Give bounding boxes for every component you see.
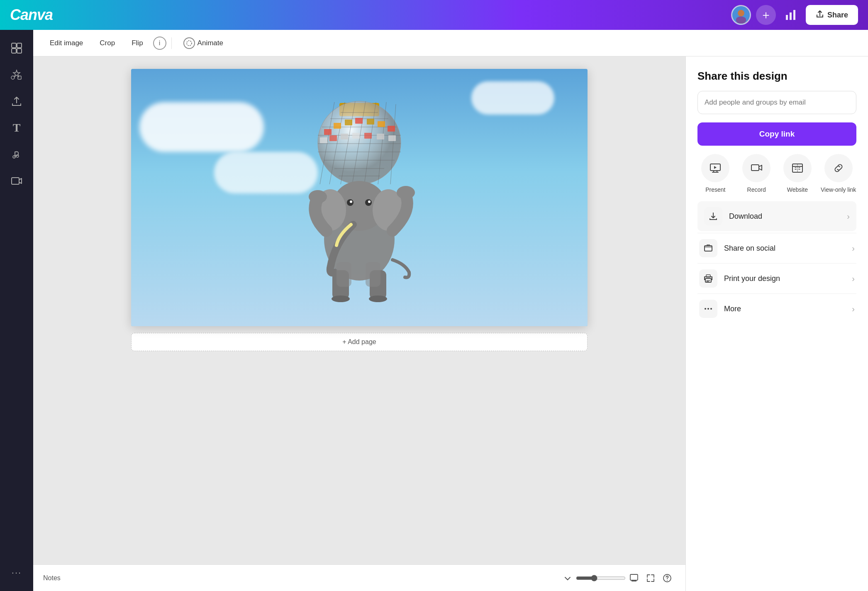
add-page-button[interactable]: + Add page: [131, 333, 588, 351]
zoom-slider[interactable]: [576, 575, 626, 581]
svg-rect-48: [388, 135, 396, 141]
present-icon: [701, 154, 729, 182]
sidebar-item-layout[interactable]: [5, 37, 28, 60]
canvas-area[interactable]: + Add page: [33, 56, 685, 564]
svg-rect-39: [367, 119, 374, 125]
more-dots-icon: [699, 300, 717, 318]
svg-point-18: [318, 101, 401, 184]
social-left: Share on social: [699, 239, 775, 257]
svg-rect-41: [388, 126, 395, 132]
canva-logo: Canva: [10, 6, 53, 24]
svg-point-76: [707, 308, 709, 310]
svg-rect-42: [320, 137, 327, 143]
svg-point-64: [350, 200, 352, 203]
fullscreen-view-button[interactable]: [626, 570, 642, 586]
option-view-only-link[interactable]: View-only link: [820, 154, 856, 193]
svg-rect-45: [352, 133, 360, 139]
option-record[interactable]: Record: [739, 154, 775, 193]
animate-button[interactable]: Animate: [177, 35, 230, 51]
svg-rect-43: [329, 135, 337, 141]
print-icon: [699, 269, 717, 288]
svg-rect-70: [751, 165, 759, 171]
share-panel-title: Share this design: [697, 70, 856, 83]
avatar[interactable]: [731, 5, 751, 25]
svg-point-1: [738, 10, 744, 17]
social-chevron: ›: [852, 244, 855, 253]
svg-point-59: [369, 296, 387, 302]
present-label: Present: [705, 186, 725, 193]
download-icon: [704, 207, 722, 225]
svg-point-58: [332, 296, 350, 302]
sidebar-item-elements[interactable]: [5, 63, 28, 86]
info-button[interactable]: i: [153, 37, 166, 50]
share-button[interactable]: Share: [806, 5, 858, 25]
share-panel: Share this design Copy link Pres: [685, 56, 868, 591]
svg-rect-14: [12, 178, 19, 184]
svg-rect-36: [334, 123, 341, 129]
svg-rect-46: [364, 133, 372, 139]
list-item-more[interactable]: More ›: [697, 293, 856, 324]
expand-button[interactable]: [642, 570, 659, 586]
toolbar-divider: [171, 37, 172, 49]
copy-link-button[interactable]: Copy link: [697, 122, 856, 146]
left-sidebar: T ···: [0, 30, 33, 591]
notes-button[interactable]: Notes: [43, 574, 61, 582]
view-only-link-label: View-only link: [821, 186, 856, 193]
collapse-button[interactable]: [559, 570, 576, 586]
share-options-grid: Present Record: [697, 154, 856, 193]
website-label: Website: [787, 186, 808, 193]
crop-button[interactable]: Crop: [93, 35, 122, 51]
sidebar-item-audio[interactable]: [5, 143, 28, 166]
svg-point-75: [705, 308, 706, 310]
svg-point-10: [11, 76, 15, 79]
download-left: Download: [704, 207, 762, 225]
record-label: Record: [747, 186, 766, 193]
sidebar-item-video[interactable]: [5, 169, 28, 193]
animate-icon: [183, 37, 195, 49]
svg-rect-5: [793, 10, 795, 20]
more-chevron: ›: [852, 304, 855, 314]
analytics-button[interactable]: [781, 5, 801, 25]
svg-point-60: [309, 190, 327, 203]
svg-point-77: [710, 308, 712, 310]
svg-point-2: [736, 17, 746, 24]
sidebar-item-text[interactable]: T: [5, 116, 28, 139]
more-left: More: [699, 300, 741, 318]
canvas-wrapper: + Add page Notes: [33, 56, 685, 591]
topbar-right: ＋ Share: [731, 5, 858, 25]
content-row: + Add page Notes: [33, 56, 868, 591]
print-left: Print your design: [699, 269, 780, 288]
svg-rect-56: [336, 262, 351, 287]
download-label: Download: [729, 212, 762, 221]
edit-image-button[interactable]: Edit image: [43, 35, 90, 51]
website-icon: [783, 154, 812, 182]
svg-rect-9: [17, 49, 22, 53]
list-item-share-on-social[interactable]: Share on social ›: [697, 233, 856, 263]
flip-button[interactable]: Flip: [125, 35, 149, 51]
zoom-control: [576, 575, 626, 581]
svg-rect-72: [705, 246, 712, 251]
toolbar: Edit image Crop Flip i Animate: [33, 30, 868, 56]
option-website[interactable]: Website: [780, 154, 816, 193]
bottom-bar: Notes: [33, 564, 685, 591]
share-label: Share: [827, 11, 848, 20]
help-button[interactable]: [659, 570, 675, 586]
email-input[interactable]: [697, 91, 856, 114]
share-icon: [816, 10, 824, 20]
center-area: Edit image Crop Flip i Animate: [33, 30, 868, 591]
list-item-print[interactable]: Print your design ›: [697, 263, 856, 293]
add-collaborator-button[interactable]: ＋: [756, 5, 776, 25]
svg-point-68: [667, 580, 668, 581]
canvas-content: [131, 69, 588, 326]
sidebar-item-uploads[interactable]: [5, 90, 28, 113]
social-icon: [699, 239, 717, 257]
svg-rect-35: [324, 129, 332, 135]
print-chevron: ›: [852, 274, 855, 283]
topbar: Canva ＋ Share: [0, 0, 868, 30]
option-present[interactable]: Present: [697, 154, 734, 193]
list-item-download[interactable]: Download ›: [697, 201, 856, 231]
svg-point-15: [187, 41, 192, 46]
print-label: Print your design: [724, 274, 780, 283]
sidebar-item-more[interactable]: ···: [5, 561, 28, 584]
social-label: Share on social: [724, 244, 775, 253]
